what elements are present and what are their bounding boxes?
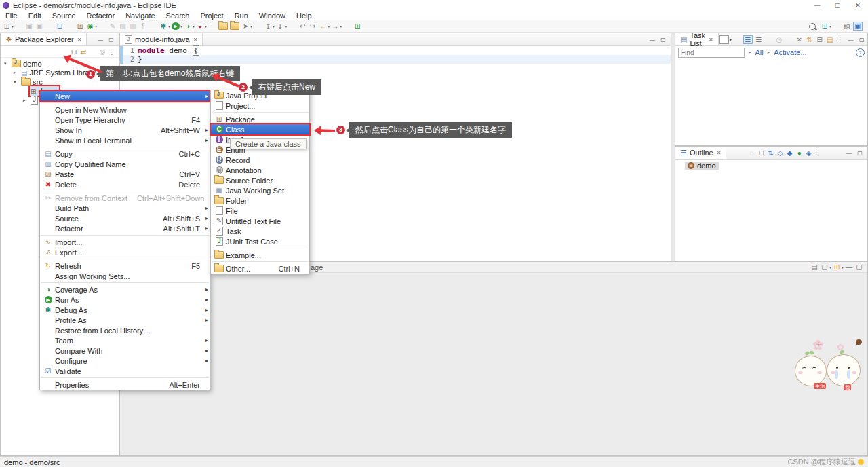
expander-icon[interactable]: ▾ <box>14 79 20 85</box>
submenu-item[interactable]: C Class <box>211 124 309 134</box>
context-menu-item[interactable]: Refactor Alt+Shift+T ▸ <box>40 223 210 234</box>
delete-task-icon[interactable]: ✕ <box>795 34 805 45</box>
hide-static-icon[interactable]: ◆ <box>785 147 795 158</box>
launch-icon[interactable]: ➤▾ <box>241 21 253 32</box>
context-menu-item[interactable]: ✱ Debug As ▸ <box>40 305 210 315</box>
expander-icon[interactable]: ▸ <box>14 70 20 75</box>
context-menu-item[interactable]: Properties Alt+Enter <box>40 379 210 390</box>
filter-completed-icon[interactable]: ◎ <box>774 34 785 45</box>
perspective-icon[interactable]: ▧ <box>842 21 852 32</box>
show-whitespace-icon[interactable]: ¶ <box>138 21 149 32</box>
save-icon[interactable]: ▣ <box>24 21 35 32</box>
open-task-icon[interactable] <box>229 21 241 32</box>
view-menu-icon[interactable]: ⋮ <box>814 147 823 158</box>
save-all-icon[interactable]: ▣ <box>35 21 45 32</box>
view-menu-icon[interactable]: ⋮ <box>835 34 846 45</box>
menubar-item[interactable]: Refactor <box>81 12 121 20</box>
link-with-editor-icon[interactable]: ⇄ <box>79 46 88 57</box>
search-icon[interactable] <box>809 23 816 30</box>
profile-icon[interactable]: ◒▾ <box>195 21 208 32</box>
collapse-all-icon[interactable]: ⊟ <box>757 147 766 158</box>
external-tools-icon[interactable]: ✎ <box>108 21 118 32</box>
context-menu-item[interactable]: ▥ Copy Qualified Name <box>40 159 210 169</box>
run-icon[interactable]: ▸▾ <box>171 21 183 32</box>
minimize-panel-icon[interactable]: — <box>846 37 856 43</box>
context-menu-item[interactable]: Team ▸ <box>40 335 210 345</box>
minimize-editor-icon[interactable]: — <box>647 37 658 43</box>
hide-locals-icon[interactable]: ◈ <box>804 147 814 158</box>
categorized-icon[interactable]: ☰ <box>743 34 754 45</box>
activate-link[interactable]: Activate... <box>774 48 806 56</box>
forward-icon[interactable]: →▾ <box>330 21 342 32</box>
show-annotations-icon[interactable]: ▥ <box>128 21 138 32</box>
menubar-item[interactable]: Window <box>254 12 291 20</box>
open-view-icon[interactable]: ⊞▾ <box>832 262 844 273</box>
coverage-icon[interactable]: ◑▾ <box>183 21 195 32</box>
code-area[interactable]: 1 module demo { 2 } <box>120 46 671 64</box>
help-icon[interactable]: ? <box>856 48 865 57</box>
new-task-icon[interactable]: ▾ <box>719 34 732 45</box>
menubar-item[interactable]: Help <box>291 12 317 20</box>
context-menu-item[interactable]: ▤ Copy Ctrl+C <box>40 149 210 159</box>
pin-editor-icon[interactable]: ⊞ <box>353 21 363 32</box>
last-edit-location-icon[interactable]: ↩ <box>298 21 308 32</box>
next-annotation-icon[interactable]: ↥▾ <box>263 21 275 32</box>
submenu-item[interactable]: Other... Ctrl+N <box>211 263 309 274</box>
menubar-item[interactable]: Run <box>229 12 254 20</box>
menubar-item[interactable]: Project <box>195 12 229 20</box>
previous-annotation-icon[interactable]: ↧▾ <box>275 21 288 32</box>
context-menu-item[interactable]: Source Alt+Shift+S ▸ <box>40 213 210 223</box>
menubar-item[interactable]: Source <box>47 12 81 20</box>
tab-module-info[interactable]: J module-info.java ✕ <box>120 33 203 45</box>
open-console-icon[interactable]: ▤ <box>810 262 820 273</box>
menubar-item[interactable]: File <box>0 12 23 20</box>
close-window-icon[interactable]: ✕ <box>848 0 868 11</box>
open-console-icon[interactable]: ⊡ <box>55 21 65 32</box>
close-tab-icon[interactable]: ✕ <box>193 37 198 43</box>
context-menu-item[interactable]: ✂ Remove from Context Ctrl+Alt+Shift+Dow… <box>40 193 210 203</box>
submenu-item[interactable]: ⊞ Package <box>211 114 309 124</box>
submenu-item[interactable]: Folder <box>211 195 309 206</box>
minimize-panel-icon[interactable]: — <box>95 37 106 43</box>
submenu-item[interactable]: @ Annotation <box>211 165 309 175</box>
new-wizard-icon[interactable]: ⊞▾ <box>2 21 14 32</box>
maximize-panel-icon[interactable]: ▢ <box>854 150 865 156</box>
view-menu-icon[interactable]: ⋮ <box>107 46 117 57</box>
context-menu-item[interactable]: Restore from Local History... <box>40 325 210 335</box>
context-menu-item[interactable]: Show In Alt+Shift+W ▸ <box>40 125 210 135</box>
minimize-window-icon[interactable]: — <box>807 0 827 11</box>
submenu-item[interactable]: ✎ Untitled Text File <box>211 216 309 226</box>
menubar-item[interactable]: Search <box>161 12 195 20</box>
all-link[interactable]: All <box>755 48 764 56</box>
focus-icon[interactable]: ◌ <box>747 147 757 158</box>
context-menu-item[interactable]: ✖ Delete Delete <box>40 179 210 189</box>
submenu-item[interactable]: ✓ Task <box>211 226 309 236</box>
context-menu-item[interactable]: ◑ Coverage As ▸ <box>40 284 210 295</box>
close-tab-icon[interactable]: ✕ <box>709 37 713 43</box>
synchronize-icon[interactable]: ⇅ <box>805 34 815 45</box>
context-menu-item[interactable]: Compare With ▸ <box>40 345 210 356</box>
task-repositories-icon[interactable]: ▤ <box>825 34 835 45</box>
expander-icon[interactable]: ▾ <box>4 61 11 67</box>
new-class-icon[interactable]: ◉▾ <box>85 21 98 32</box>
submenu-item[interactable]: File <box>211 206 309 216</box>
forward-history-icon[interactable]: ↪ <box>308 21 318 32</box>
hide-fields-icon[interactable]: ◇ <box>776 147 785 158</box>
maximize-panel-icon[interactable]: ▢ <box>856 37 867 43</box>
submenu-item[interactable]: Project... <box>211 100 309 111</box>
expander-icon[interactable]: ▸ <box>23 98 30 103</box>
context-menu-item[interactable]: Open in New Window <box>40 105 210 115</box>
collapse-all-icon[interactable]: ⊟ <box>815 34 825 45</box>
context-menu-item[interactable]: Assign Working Sets... <box>40 271 210 281</box>
context-menu-item[interactable]: ▸ Run As ▸ <box>40 295 210 305</box>
outline-item-demo[interactable]: M demo <box>685 162 719 170</box>
open-type-icon[interactable] <box>218 21 229 32</box>
minimize-icon[interactable]: — <box>844 262 854 273</box>
menubar-item[interactable]: Navigate <box>120 12 160 20</box>
menubar-item[interactable]: Edit <box>23 12 47 20</box>
mark-occurrences-icon[interactable]: ▨ <box>118 21 128 32</box>
submenu-item[interactable]: Example... <box>211 250 309 260</box>
close-tab-icon[interactable]: ✕ <box>77 37 82 43</box>
find-input[interactable] <box>678 48 745 58</box>
context-menu-item[interactable]: ☑ Validate <box>40 366 210 376</box>
